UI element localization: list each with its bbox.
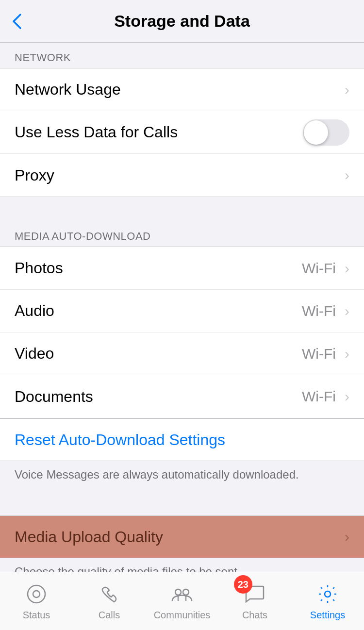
photos-value: Wi-Fi <box>302 260 336 277</box>
media-upload-quality-item[interactable]: Media Upload Quality › <box>0 515 364 558</box>
video-right: Wi-Fi › <box>302 346 349 362</box>
svg-point-1 <box>33 591 40 597</box>
svg-point-0 <box>28 585 45 603</box>
photos-right: Wi-Fi › <box>302 260 349 277</box>
audio-value: Wi-Fi <box>302 303 336 319</box>
tab-status-label: Status <box>23 610 50 621</box>
documents-label: Documents <box>15 388 93 406</box>
svg-point-4 <box>325 591 331 597</box>
photos-chevron: › <box>345 260 349 277</box>
voice-messages-note: Voice Messages are always automatically … <box>0 461 364 491</box>
documents-right: Wi-Fi › <box>302 388 349 405</box>
audio-label: Audio <box>15 302 54 320</box>
less-data-calls-item[interactable]: Use Less Data for Calls <box>0 111 364 154</box>
reset-auto-download-button[interactable]: Reset Auto-Download Settings <box>0 418 364 461</box>
audio-chevron: › <box>345 303 349 319</box>
tab-calls-label: Calls <box>99 610 120 621</box>
photos-item[interactable]: Photos Wi-Fi › <box>0 247 364 290</box>
proxy-label: Proxy <box>15 166 54 184</box>
network-usage-item[interactable]: Network Usage › <box>0 68 364 111</box>
less-data-calls-label: Use Less Data for Calls <box>15 123 178 141</box>
media-upload-quality-label: Media Upload Quality <box>15 528 163 546</box>
tab-bar: Status Calls Communities 23 <box>0 572 364 630</box>
settings-icon <box>315 581 340 607</box>
media-upload-quality-chevron: › <box>345 529 349 545</box>
video-item[interactable]: Video Wi-Fi › <box>0 332 364 375</box>
network-usage-right: › <box>343 82 349 98</box>
page-header: Storage and Data <box>0 0 364 43</box>
network-section-header: NETWORK <box>0 43 364 68</box>
spacer-1 <box>0 197 364 221</box>
video-chevron: › <box>345 346 349 362</box>
tab-communities[interactable]: Communities <box>146 572 218 630</box>
proxy-right: › <box>343 167 349 183</box>
audio-item[interactable]: Audio Wi-Fi › <box>0 290 364 332</box>
proxy-chevron: › <box>345 167 349 183</box>
less-data-toggle[interactable] <box>303 119 349 146</box>
documents-item[interactable]: Documents Wi-Fi › <box>0 375 364 418</box>
svg-point-2 <box>175 589 181 595</box>
video-value: Wi-Fi <box>302 346 336 362</box>
back-button[interactable] <box>10 11 24 32</box>
media-auto-download-section-header: MEDIA AUTO-DOWNLOAD <box>0 221 364 247</box>
toggle-knob <box>304 120 328 145</box>
tab-chats[interactable]: 23 Chats <box>218 572 291 630</box>
svg-point-3 <box>183 589 189 595</box>
status-icon <box>24 581 49 607</box>
tab-communities-label: Communities <box>154 610 211 621</box>
network-card-group: Network Usage › Use Less Data for Calls … <box>0 68 364 197</box>
documents-value: Wi-Fi <box>302 388 336 405</box>
media-auto-download-card-group: Photos Wi-Fi › Audio Wi-Fi › Video Wi-Fi… <box>0 247 364 418</box>
network-usage-chevron: › <box>345 82 349 98</box>
communities-icon <box>169 581 195 607</box>
chats-badge: 23 <box>234 575 252 594</box>
tab-settings-label: Settings <box>310 610 345 621</box>
video-label: Video <box>15 345 54 363</box>
documents-chevron: › <box>345 388 349 405</box>
network-usage-label: Network Usage <box>15 81 121 99</box>
tab-chats-label: Chats <box>242 610 267 621</box>
photos-label: Photos <box>15 259 63 277</box>
proxy-item[interactable]: Proxy › <box>0 154 364 197</box>
tab-settings[interactable]: Settings <box>291 572 364 630</box>
page-title: Storage and Data <box>114 12 250 31</box>
tab-calls[interactable]: Calls <box>73 572 146 630</box>
reset-auto-download-label: Reset Auto-Download Settings <box>15 431 225 449</box>
tab-status[interactable]: Status <box>0 572 73 630</box>
audio-right: Wi-Fi › <box>302 303 349 319</box>
calls-icon <box>97 581 122 607</box>
